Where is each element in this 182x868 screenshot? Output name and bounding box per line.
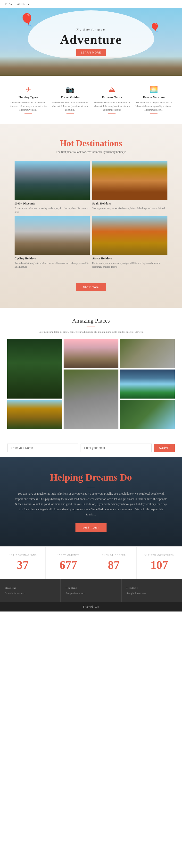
feature-link-dream[interactable] (150, 114, 157, 114)
stat-label-3: VISITED COUNTRIES (144, 554, 175, 556)
balloon-right-icon: 🎈 (150, 23, 160, 32)
hero-cta-button[interactable]: LEARN MORE (76, 49, 106, 56)
stat-happy-clients: HAPPY CLIENTS 677 (46, 547, 91, 579)
dest-text-1: Soaring mountains, sun-soaked coasts, Mo… (92, 207, 167, 210)
feature-text-dream: Sed do eiusmod tempor incididunt ut labo… (134, 101, 173, 112)
place-img-road-top (120, 339, 175, 368)
hero-landscape (0, 56, 182, 76)
footer-col-text-2: Sample footer text (126, 592, 177, 594)
feature-text-extreme: Sed do eiusmod tempor incididunt ut labo… (93, 101, 131, 112)
hot-destinations-title: Hot Destinations (7, 138, 175, 148)
stat-value-1: 677 (53, 558, 84, 571)
feature-item-dream: 🌅 Dream Vacation Sed do eiusmod tempor i… (134, 86, 173, 114)
extreme-icon: ⛰ (93, 86, 131, 93)
place-img-waterfall (120, 370, 175, 399)
footer-brand: Travel Co (82, 605, 100, 609)
footer: Headline Sample footer text Headline Sam… (0, 579, 182, 612)
dest-card-1[interactable]: Spain Holidays Soaring mountains, sun-so… (92, 161, 167, 214)
place-img-castle (7, 400, 62, 429)
feature-item-holiday: ✈ Holiday Types Sed do eiusmod tempor in… (9, 86, 48, 114)
helping-dreams-content: Helping Dreams Do You can have as much o… (0, 457, 182, 547)
footer-col-2: Headline Sample footer text (122, 579, 182, 602)
footer-col-title-1: Headline (66, 586, 116, 589)
header: TRAVEL AGENCY (0, 0, 182, 8)
feature-link-extreme[interactable] (108, 114, 115, 114)
guides-icon: 📷 (51, 86, 89, 93)
stat-value-2: 87 (99, 558, 129, 571)
feature-item-extreme: ⛰ Extreme Tours Sed do eiusmod tempor in… (93, 86, 131, 114)
feature-item-guides: 📷 Travel Guides Sed do eiusmod tempor in… (51, 86, 89, 114)
stat-label-2: CUPS OF COFFEE (99, 554, 129, 556)
amazing-places-title: Amazing Places (7, 317, 175, 324)
places-grid (7, 339, 175, 429)
feature-title-holiday: Holiday Types (9, 95, 48, 99)
stat-coffee: CUPS OF COFFEE 87 (91, 547, 137, 579)
dest-title-0: £300+ Discounts (15, 202, 90, 206)
stat-countries: VISITED COUNTRIES 107 (137, 547, 182, 579)
dest-title-3: Africa Holidays (92, 257, 167, 260)
stat-value-3: 107 (144, 558, 175, 571)
features-section: ✈ Holiday Types Sed do eiusmod tempor in… (0, 76, 182, 124)
email-input[interactable] (81, 443, 151, 452)
stat-hot-destinations: HOT DESTINATIONS 37 (0, 547, 46, 579)
feature-text-holiday: Sed do eiusmod tempor incididunt ut labo… (9, 101, 48, 112)
dest-text-2: Reawaken that long lost childhood sense … (15, 261, 90, 269)
stat-label-0: HOT DESTINATIONS (7, 554, 38, 556)
amazing-places-text: Lorem ipsum dolor sit amet, consectetur … (7, 330, 175, 333)
submit-button[interactable]: SUBMIT (154, 444, 175, 452)
footer-col-1: Headline Sample footer text (61, 579, 121, 602)
footer-columns: Headline Sample footer text Headline Sam… (0, 579, 182, 602)
footer-col-0: Headline Sample footer text (0, 579, 61, 602)
hero-title: Adventure (60, 32, 122, 47)
place-img-forest (7, 339, 62, 399)
balloon-left-icon: 🎈 (19, 13, 34, 27)
helping-title: Helping Dreams Do (15, 472, 167, 483)
hot-destinations-section: Hot Destinations The first place to look… (0, 124, 182, 308)
hot-destinations-subtitle: The first place to look for environmenta… (7, 150, 175, 154)
destinations-grid: £300+ Discounts From ancient cultures to… (7, 161, 175, 269)
header-title: TRAVEL AGENCY (5, 2, 30, 5)
dest-card-2[interactable]: Cycling Holidays Reawaken that long lost… (15, 216, 90, 269)
stat-label-1: HAPPY CLIENTS (53, 554, 84, 556)
name-input[interactable] (7, 443, 78, 452)
footer-col-text-0: Sample footer text (5, 592, 56, 594)
footer-bottom: Travel Co (0, 602, 182, 612)
hero-tagline: Fly time for great (60, 28, 122, 31)
helping-divider (87, 487, 95, 487)
helping-dreams-section: Helping Dreams Do You can have as much o… (0, 457, 182, 547)
place-img-winding (120, 400, 175, 429)
place-img-road-tall (63, 370, 119, 429)
feature-title-extreme: Extreme Tours (93, 95, 131, 99)
holiday-icon: ✈ (9, 86, 48, 93)
dest-text-0: From ancient cultures to amazing landsca… (15, 207, 90, 214)
dest-text-3: Exotic souls, ancient wonders, unique wi… (92, 261, 167, 269)
dest-card-3[interactable]: Africa Holidays Exotic souls, ancient wo… (92, 216, 167, 269)
footer-col-title-0: Headline (5, 586, 56, 589)
section-divider (87, 326, 95, 327)
dest-card-0[interactable]: £300+ Discounts From ancient cultures to… (15, 161, 90, 214)
stat-value-0: 37 (7, 558, 38, 571)
get-touch-button[interactable]: get in touch (76, 523, 107, 532)
hero-content: Fly time for great Adventure LEARN MORE (60, 28, 122, 56)
dream-icon: 🌅 (134, 86, 173, 93)
show-more-button[interactable]: Show more (76, 283, 106, 291)
footer-col-title-2: Headline (126, 586, 177, 589)
amazing-places-section: Amazing Places Lorem ipsum dolor sit ame… (0, 308, 182, 439)
feature-text-guides: Sed do eiusmod tempor incididunt ut labo… (51, 101, 89, 112)
dest-title-2: Cycling Holidays (15, 257, 90, 260)
place-img-mountains (63, 339, 119, 368)
feature-title-guides: Travel Guides (51, 95, 89, 99)
dest-title-1: Spain Holidays (92, 202, 167, 206)
helping-text: You can have as much or as little help f… (15, 491, 167, 517)
newsletter-section: SUBMIT (0, 439, 182, 457)
hero-section: 🎈 🎈 Fly time for great Adventure LEARN M… (0, 8, 182, 76)
feature-title-dream: Dream Vacation (134, 95, 173, 99)
stats-section: HOT DESTINATIONS 37 HAPPY CLIENTS 677 CU… (0, 547, 182, 579)
feature-link-guides[interactable] (67, 114, 74, 114)
feature-link-holiday[interactable] (25, 114, 32, 114)
footer-col-text-1: Sample footer text (66, 592, 116, 594)
